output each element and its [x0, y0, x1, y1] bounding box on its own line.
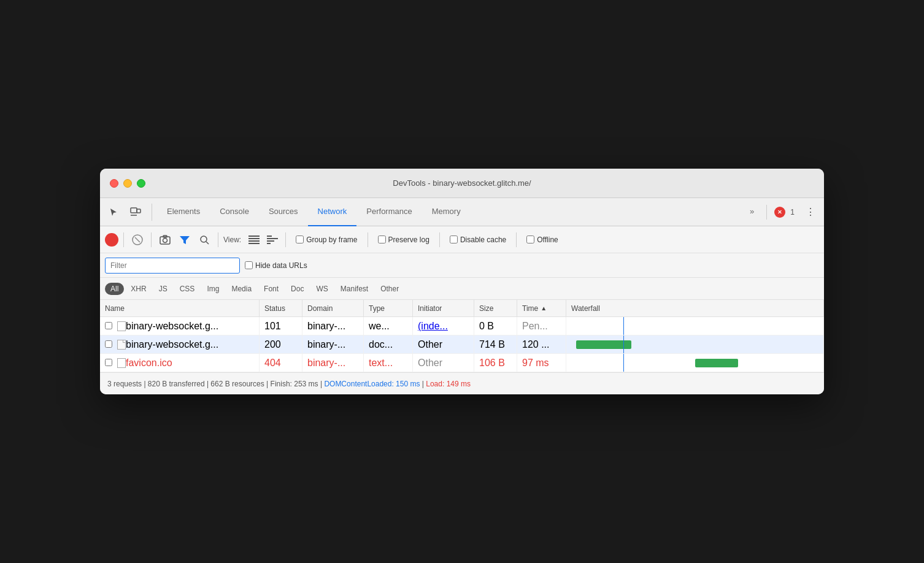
- row2-waterfall: [571, 335, 818, 353]
- col-header-waterfall[interactable]: Waterfall: [566, 300, 824, 316]
- search-button[interactable]: [196, 231, 213, 248]
- responsive-icon[interactable]: [127, 204, 144, 221]
- row2-checkbox: [105, 339, 117, 350]
- type-filter-js[interactable]: JS: [153, 283, 173, 295]
- table-body: binary-websocket.g... 101 binary-... we.…: [100, 317, 824, 372]
- svg-rect-11: [248, 236, 260, 237]
- filter-input[interactable]: [105, 258, 240, 274]
- stop-button[interactable]: [129, 231, 146, 248]
- row1-type-cell: we...: [364, 317, 413, 335]
- row3-waterfall-bar: [695, 359, 738, 367]
- close-button[interactable]: [110, 179, 118, 188]
- group-by-frame-checkbox[interactable]: Group by frame: [291, 236, 362, 244]
- more-tabs-button[interactable]: »: [745, 198, 759, 226]
- offline-checkbox[interactable]: Offline: [522, 236, 563, 244]
- row1-initiator[interactable]: (inde...: [418, 321, 448, 332]
- tab-bar-right: » ✕ 1 ⋮: [745, 198, 819, 226]
- preserve-log-checkbox[interactable]: Preserve log: [373, 236, 434, 244]
- tree-view-button[interactable]: [264, 233, 280, 247]
- type-filter-all[interactable]: All: [105, 283, 124, 295]
- cursor-icon[interactable]: [105, 204, 122, 221]
- col-header-type[interactable]: Type: [364, 300, 413, 316]
- row3-time-cell: 97 ms: [517, 354, 566, 372]
- type-filter-css[interactable]: CSS: [174, 283, 201, 295]
- row1-type: we...: [369, 321, 390, 332]
- list-view-button[interactable]: [246, 233, 262, 247]
- col-header-status[interactable]: Status: [260, 300, 302, 316]
- table-row[interactable]: favicon.ico 404 binary-... text... Other…: [100, 354, 824, 372]
- dom-content-loaded: DOMContentLoaded: 150 ms: [324, 380, 420, 388]
- group-by-frame-label: Group by frame: [306, 236, 357, 244]
- row2-type-cell: doc...: [364, 335, 413, 353]
- row2-status: 200: [264, 339, 281, 350]
- type-filter-manifest[interactable]: Manifest: [335, 283, 374, 295]
- row3-status-cell: 404: [260, 354, 302, 372]
- waterfall-line-3: [623, 354, 624, 372]
- record-button[interactable]: [105, 233, 118, 247]
- view-label: View:: [223, 236, 241, 244]
- type-filter-font[interactable]: Font: [258, 283, 284, 295]
- table-header: Name Status Domain Type Initiator Size T…: [100, 300, 824, 317]
- row1-checkbox: [105, 321, 117, 332]
- screenshot-button[interactable]: [156, 231, 174, 248]
- waterfall-line: [623, 317, 624, 335]
- hide-data-urls-checkbox[interactable]: Hide data URLs: [245, 261, 307, 270]
- maximize-button[interactable]: [137, 179, 145, 188]
- col-header-initiator[interactable]: Initiator: [413, 300, 474, 316]
- resources-size: 662 B resources: [210, 380, 264, 388]
- toolbar-divider-3: [218, 232, 218, 247]
- requests-count: 3 requests: [107, 380, 142, 388]
- col-header-size[interactable]: Size: [474, 300, 517, 316]
- minimize-button[interactable]: [123, 179, 132, 188]
- row1-domain-cell: binary-...: [302, 317, 364, 335]
- row3-waterfall: [571, 354, 818, 372]
- svg-rect-18: [267, 243, 271, 244]
- tab-memory[interactable]: Memory: [422, 198, 471, 226]
- row2-type: doc...: [369, 339, 393, 350]
- row2-time: 120 ...: [522, 339, 549, 350]
- row3-time: 97 ms: [522, 358, 549, 369]
- toolbar-divider-1: [123, 232, 124, 247]
- svg-rect-15: [267, 236, 272, 237]
- row3-size: 106 B: [479, 358, 505, 369]
- row3-file-icon: [117, 358, 126, 368]
- col-header-name[interactable]: Name: [100, 300, 260, 316]
- row1-size: 0 B: [479, 321, 494, 332]
- type-filter-doc[interactable]: Doc: [285, 283, 309, 295]
- tab-network[interactable]: Network: [308, 198, 357, 226]
- tab-performance[interactable]: Performance: [356, 198, 422, 226]
- filter-bar: Hide data URLs: [100, 253, 824, 278]
- tab-sources[interactable]: Sources: [259, 198, 308, 226]
- toolbar-divider-7: [516, 232, 517, 247]
- title-bar: DevTools - binary-websocket.glitch.me/: [100, 169, 824, 198]
- row2-size-cell: 714 B: [474, 335, 517, 353]
- row2-initiator-cell: Other: [413, 335, 474, 353]
- type-filter-img[interactable]: Img: [201, 283, 225, 295]
- col-header-domain[interactable]: Domain: [302, 300, 364, 316]
- toolbar-divider-6: [439, 232, 440, 247]
- type-filter-xhr[interactable]: XHR: [125, 283, 152, 295]
- network-toolbar: View: Group by frame: [100, 226, 824, 253]
- svg-rect-13: [248, 240, 260, 242]
- table-row[interactable]: binary-websocket.g... 101 binary-... we.…: [100, 317, 824, 335]
- more-options-icon[interactable]: ⋮: [802, 204, 819, 221]
- filter-button[interactable]: [176, 231, 193, 248]
- tab-console[interactable]: Console: [210, 198, 259, 226]
- row2-time-cell: 120 ...: [517, 335, 566, 353]
- type-filter-other[interactable]: Other: [375, 283, 404, 295]
- row3-initiator: Other: [418, 358, 442, 369]
- col-header-time[interactable]: Time ▲: [517, 300, 566, 316]
- row3-domain: binary-...: [307, 358, 345, 369]
- transferred-size: 820 B transferred: [148, 380, 205, 388]
- disable-cache-checkbox[interactable]: Disable cache: [445, 236, 511, 244]
- tab-bar-icons: [105, 204, 152, 221]
- table-row[interactable]: binary-websocket.g... 200 binary-... doc…: [100, 335, 824, 354]
- type-filter-ws[interactable]: WS: [310, 283, 333, 295]
- svg-line-4: [135, 237, 140, 242]
- row1-status: 101: [264, 321, 281, 332]
- row1-domain: binary-...: [307, 321, 345, 332]
- type-filter-media[interactable]: Media: [226, 283, 257, 295]
- tab-elements[interactable]: Elements: [157, 198, 210, 226]
- row3-status: 404: [264, 358, 281, 369]
- error-badge[interactable]: ✕: [774, 207, 785, 218]
